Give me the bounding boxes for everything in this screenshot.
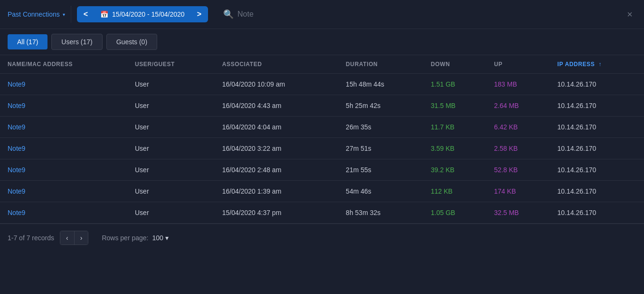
cell-name[interactable]: Note9	[0, 117, 127, 138]
pagination: 1-7 of 7 records ‹ › Rows per page: 10 2…	[0, 224, 644, 252]
date-prev-button[interactable]: <	[77, 6, 95, 22]
page-next-button[interactable]: ›	[75, 231, 88, 245]
cell-user: User	[127, 138, 215, 159]
cell-user: User	[127, 95, 215, 117]
col-header-ip[interactable]: IP ADDRESS ↑	[550, 55, 644, 74]
cell-ip: 10.14.26.170	[550, 159, 644, 181]
table-body: Note9 User 16/04/2020 10:09 am 15h 48m 4…	[0, 74, 644, 224]
cell-up: 52.8 KB	[486, 159, 549, 181]
top-bar: Past Connections ▾ < 📅 15/04/2020 - 15/0…	[0, 0, 644, 29]
date-range-value: 15/04/2020 - 15/04/2020	[112, 10, 185, 18]
cell-down: 1.05 GB	[423, 202, 486, 224]
cell-associated: 16/04/2020 4:43 am	[215, 95, 338, 117]
col-header-down[interactable]: DOWN	[423, 55, 486, 74]
cell-up: 32.5 MB	[486, 202, 549, 224]
table-container: NAME/MAC ADDRESS USER/GUEST ASSOCIATED D…	[0, 55, 644, 224]
cell-up: 2.58 KB	[486, 138, 549, 159]
table-row: Note9 User 16/04/2020 10:09 am 15h 48m 4…	[0, 74, 644, 95]
cell-down: 39.2 KB	[423, 159, 486, 181]
cell-associated: 16/04/2020 3:22 am	[215, 138, 338, 159]
col-header-up[interactable]: UP	[486, 55, 549, 74]
date-next-button[interactable]: >	[190, 6, 208, 22]
col-header-user[interactable]: USER/GUEST	[127, 55, 215, 74]
cell-up: 183 MB	[486, 74, 549, 95]
search-area: 🔍	[214, 9, 617, 20]
cell-user: User	[127, 159, 215, 181]
page-navigation: ‹ ›	[60, 231, 88, 245]
cell-name[interactable]: Note9	[0, 181, 127, 202]
cell-down: 112 KB	[423, 181, 486, 202]
sort-asc-icon: ↑	[598, 61, 602, 68]
cell-duration: 54m 46s	[338, 181, 423, 202]
filter-tabs: All (17) Users (17) Guests (0)	[0, 29, 644, 55]
chevron-down-icon: ▾	[63, 12, 65, 17]
cell-name[interactable]: Note9	[0, 138, 127, 159]
table-row: Note9 User 15/04/2020 4:37 pm 8h 53m 32s…	[0, 202, 644, 224]
vertical-divider	[71, 6, 71, 23]
page-prev-button[interactable]: ‹	[60, 231, 74, 245]
cell-duration: 27m 51s	[338, 138, 423, 159]
cell-associated: 16/04/2020 2:48 am	[215, 159, 338, 181]
tab-all[interactable]: All (17)	[8, 34, 47, 49]
table-row: Note9 User 16/04/2020 2:48 am 21m 55s 39…	[0, 159, 644, 181]
cell-user: User	[127, 74, 215, 95]
cell-name[interactable]: Note9	[0, 202, 127, 224]
search-input[interactable]	[237, 10, 617, 19]
date-range: 📅 15/04/2020 - 15/04/2020	[95, 7, 190, 22]
cell-name[interactable]: Note9	[0, 159, 127, 181]
cell-name[interactable]: Note9	[0, 74, 127, 95]
tab-users[interactable]: Users (17)	[51, 34, 102, 50]
rows-per-page-select-wrapper[interactable]: 10 25 50 100 ▾	[152, 234, 169, 242]
cell-user: User	[127, 181, 215, 202]
cell-down: 3.59 KB	[423, 138, 486, 159]
cell-up: 174 KB	[486, 181, 549, 202]
tab-guests[interactable]: Guests (0)	[106, 34, 157, 50]
cell-up: 2.64 MB	[486, 95, 549, 117]
date-navigator: < 📅 15/04/2020 - 15/04/2020 >	[77, 6, 208, 22]
cell-associated: 16/04/2020 1:39 am	[215, 181, 338, 202]
cell-down: 11.7 KB	[423, 117, 486, 138]
cell-duration: 26m 35s	[338, 117, 423, 138]
table-row: Note9 User 16/04/2020 4:04 am 26m 35s 11…	[0, 117, 644, 138]
cell-duration: 21m 55s	[338, 159, 423, 181]
cell-associated: 15/04/2020 4:37 pm	[215, 202, 338, 224]
cell-ip: 10.14.26.170	[550, 95, 644, 117]
col-header-name[interactable]: NAME/MAC ADDRESS	[0, 55, 127, 74]
table-header-row: NAME/MAC ADDRESS USER/GUEST ASSOCIATED D…	[0, 55, 644, 74]
rows-per-page-select[interactable]: 10 25 50 100	[152, 234, 163, 242]
past-connections-button[interactable]: Past Connections ▾	[8, 10, 65, 18]
cell-ip: 10.14.26.170	[550, 181, 644, 202]
cell-down: 31.5 MB	[423, 95, 486, 117]
col-header-duration[interactable]: DURATION	[338, 55, 423, 74]
search-icon: 🔍	[223, 9, 234, 20]
cell-duration: 15h 48m 44s	[338, 74, 423, 95]
cell-duration: 8h 53m 32s	[338, 202, 423, 224]
cell-ip: 10.14.26.170	[550, 202, 644, 224]
table-row: Note9 User 16/04/2020 1:39 am 54m 46s 11…	[0, 181, 644, 202]
cell-user: User	[127, 202, 215, 224]
calendar-icon: 📅	[100, 10, 108, 18]
cell-associated: 16/04/2020 4:04 am	[215, 117, 338, 138]
rows-per-page: Rows per page: 10 25 50 100 ▾	[102, 234, 169, 242]
cell-ip: 10.14.26.170	[550, 74, 644, 95]
chevron-down-icon: ▾	[165, 234, 169, 242]
cell-associated: 16/04/2020 10:09 am	[215, 74, 338, 95]
close-button[interactable]: ×	[623, 7, 636, 22]
cell-ip: 10.14.26.170	[550, 138, 644, 159]
cell-down: 1.51 GB	[423, 74, 486, 95]
table-row: Note9 User 16/04/2020 3:22 am 27m 51s 3.…	[0, 138, 644, 159]
table-row: Note9 User 16/04/2020 4:43 am 5h 25m 42s…	[0, 95, 644, 117]
records-info: 1-7 of 7 records	[8, 234, 54, 242]
rows-per-page-label: Rows per page:	[102, 234, 148, 242]
cell-name[interactable]: Note9	[0, 95, 127, 117]
col-header-associated[interactable]: ASSOCIATED	[215, 55, 338, 74]
cell-duration: 5h 25m 42s	[338, 95, 423, 117]
cell-user: User	[127, 117, 215, 138]
past-connections-label: Past Connections	[8, 10, 60, 18]
cell-ip: 10.14.26.170	[550, 117, 644, 138]
connections-table: NAME/MAC ADDRESS USER/GUEST ASSOCIATED D…	[0, 55, 644, 224]
cell-up: 6.42 KB	[486, 117, 549, 138]
